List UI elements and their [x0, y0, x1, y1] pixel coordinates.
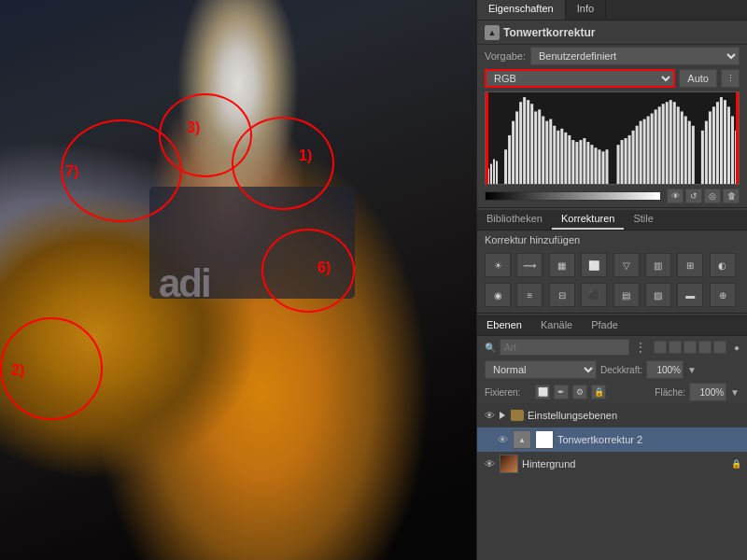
tonwert-icon: ▲	[485, 25, 500, 40]
layer-row-tonwert[interactable]: 👁 ▲ Tonwertkorrektur 2	[477, 427, 747, 452]
layer-eye-hintergrund[interactable]: 👁	[483, 457, 496, 470]
fix-icon-3[interactable]: ⚙	[572, 385, 587, 399]
tab-bibliotheken[interactable]: Bibliotheken	[477, 210, 552, 230]
svg-rect-6	[512, 121, 514, 184]
svg-rect-46	[669, 100, 672, 184]
svg-rect-51	[688, 121, 691, 184]
tab-ebenen[interactable]: Ebenen	[477, 316, 531, 335]
svg-rect-12	[534, 111, 537, 184]
tool-curves[interactable]: ⟿	[516, 253, 543, 277]
korrektur-header: Korrektur hinzufügen	[477, 231, 747, 251]
svg-rect-38	[640, 121, 642, 184]
fix-icon-2[interactable]: ✒	[554, 385, 569, 399]
annotation-6	[261, 229, 355, 313]
svg-rect-49	[681, 111, 684, 184]
layer-triangle-einstellungen[interactable]	[500, 410, 505, 421]
right-panel: Eigenschaften Info ▲ Tonwertkorrektur Vo…	[476, 0, 747, 560]
svg-rect-56	[712, 106, 715, 184]
tool-hsl[interactable]: ▥	[645, 253, 671, 277]
tool-photofilter[interactable]: ◉	[485, 283, 511, 307]
hist-reset-btn[interactable]: ↺	[685, 189, 702, 203]
layer-folder-icon	[511, 410, 524, 421]
tool-grid-2: ◉ ≡ ⊟ ⬛ ▤ ▧ ▬ ⊕	[477, 281, 747, 309]
tool-threshold[interactable]: ▧	[645, 283, 671, 307]
tab-kanaele[interactable]: Kanäle	[531, 316, 582, 335]
filter-icon-1[interactable]	[654, 341, 667, 354]
layer-row-hintergrund[interactable]: 👁 Hintergrund 🔒	[477, 452, 747, 476]
tab-info[interactable]: Info	[566, 0, 606, 20]
hist-eye2-btn[interactable]: ◎	[704, 189, 721, 203]
tool-selectivecolor[interactable]: ⊕	[710, 283, 736, 307]
vorgabe-dropdown[interactable]: Benutzerdefiniert	[530, 47, 740, 65]
svg-rect-33	[621, 140, 624, 184]
tool-vibrance[interactable]: ▽	[613, 253, 640, 277]
hist-tool-btns: 👁 ↺ ◎ 🗑	[667, 189, 740, 203]
layer-lock-hintergrund: 🔒	[730, 458, 741, 469]
tab-stile[interactable]: Stile	[624, 210, 662, 230]
layer-row-einstellungen[interactable]: 👁 Einstellungsebenen	[477, 403, 747, 427]
svg-rect-64	[736, 92, 739, 184]
filter-icon-4[interactable]	[698, 341, 712, 354]
fix-label: Fixieren:	[485, 387, 531, 398]
blend-mode-dropdown[interactable]: Normal	[485, 360, 597, 379]
svg-rect-28	[594, 147, 597, 184]
tab-korrekturen[interactable]: Korrekturen	[552, 210, 624, 230]
svg-rect-54	[705, 121, 708, 184]
flaeche-arrow[interactable]: ▼	[730, 387, 740, 398]
search-input[interactable]	[500, 339, 629, 356]
tool-colorbalance[interactable]: ⊞	[677, 253, 703, 277]
svg-rect-1	[490, 164, 492, 184]
annotation-label-6: 6)	[317, 259, 331, 276]
hist-trash-btn[interactable]: 🗑	[723, 189, 740, 203]
svg-rect-44	[662, 104, 665, 184]
annotation-label-2: 2)	[11, 362, 24, 379]
fix-icon-1[interactable]: ⬜	[535, 385, 550, 399]
filter-icon-5[interactable]	[713, 341, 726, 354]
svg-rect-8	[519, 102, 522, 184]
tool-brightness[interactable]: ☀	[485, 253, 511, 277]
svg-rect-11	[530, 104, 533, 184]
deckkraft-label: Deckkraft:	[600, 365, 642, 375]
tool-invert[interactable]: ⬛	[581, 283, 607, 307]
channel-dropdown[interactable]: RGB	[485, 69, 675, 88]
tool-blackwhite[interactable]: ◐	[710, 253, 736, 277]
sub-tabs: Bibliotheken Korrekturen Stile	[477, 210, 747, 231]
tool-channelmixer[interactable]: ≡	[516, 283, 543, 307]
filter-icon-2[interactable]	[669, 341, 682, 354]
tool-levels[interactable]: ▦	[549, 253, 575, 277]
filter-toggle[interactable]: ●	[734, 343, 740, 353]
tool-colerlookup[interactable]: ⊟	[549, 283, 575, 307]
blend-row: Normal Deckkraft: ▼	[477, 358, 747, 381]
filter-icon-3[interactable]	[684, 341, 697, 354]
channel-options-btn[interactable]: ⋮	[721, 69, 740, 88]
tonwert-header: ▲ Tonwertkorrektur	[477, 21, 747, 45]
tab-pfade[interactable]: Pfade	[582, 316, 627, 335]
layer-eye-einstellungen[interactable]: 👁	[483, 409, 496, 422]
svg-rect-32	[617, 145, 620, 184]
tool-gradientmap[interactable]: ▬	[677, 283, 703, 307]
fix-icon-4[interactable]: 🔒	[591, 385, 606, 399]
svg-rect-14	[542, 117, 544, 184]
svg-rect-26	[586, 142, 589, 184]
flaeche-input[interactable]	[689, 383, 726, 401]
tool-posterize[interactable]: ▤	[613, 283, 640, 307]
layer-name-hintergrund: Hintergrund	[522, 458, 726, 469]
svg-rect-35	[628, 135, 631, 184]
deckkraft-arrow[interactable]: ▼	[687, 365, 697, 375]
svg-rect-43	[658, 106, 661, 184]
tab-eigenschaften[interactable]: Eigenschaften	[477, 0, 566, 20]
deckkraft-input[interactable]	[646, 360, 684, 379]
layer-name-tonwert: Tonwertkorrektur 2	[557, 434, 741, 445]
svg-rect-55	[709, 111, 712, 184]
svg-rect-7	[515, 111, 518, 184]
auto-button[interactable]: Auto	[679, 69, 717, 88]
layer-eye-tonwert[interactable]: 👁	[496, 433, 509, 446]
hist-eye-btn[interactable]: 👁	[667, 189, 684, 203]
histogram-svg	[486, 92, 739, 184]
tool-exposure[interactable]: ⬜	[581, 253, 607, 277]
histogram: ↕	[485, 91, 740, 185]
svg-rect-22	[571, 140, 574, 184]
svg-rect-5	[508, 135, 511, 184]
annotation-label-7: 7)	[65, 163, 78, 180]
divider-2	[477, 313, 747, 314]
